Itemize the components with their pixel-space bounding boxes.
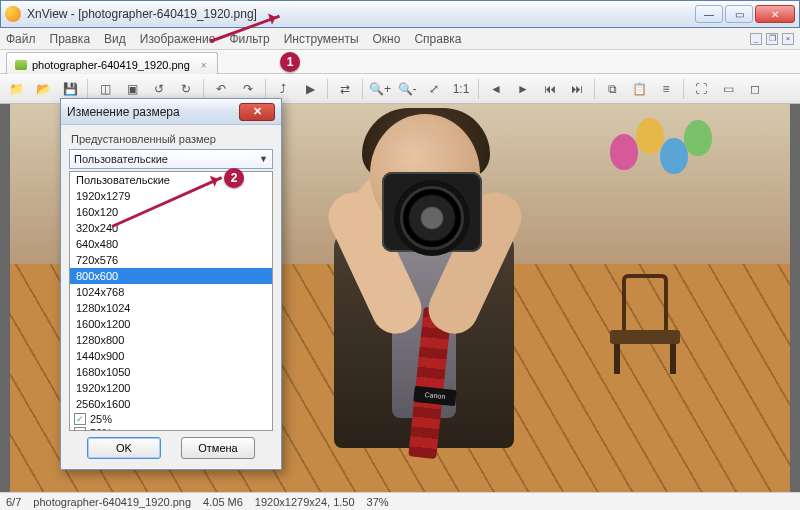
ok-button[interactable]: OK <box>87 437 161 459</box>
zoom-fit-icon[interactable]: ⤢ <box>422 77 446 101</box>
menu-window[interactable]: Окно <box>373 32 401 46</box>
dialog-titlebar[interactable]: Изменение размера ✕ <box>61 99 281 125</box>
annotation-marker-2: 2 <box>224 168 244 188</box>
paste-icon[interactable]: 📋 <box>627 77 651 101</box>
first-icon[interactable]: ⏮ <box>538 77 562 101</box>
tab-close-icon[interactable]: × <box>201 60 207 71</box>
preset-option[interactable]: 1024x768 <box>70 284 272 300</box>
rotate-cw-icon[interactable]: ↻ <box>174 77 198 101</box>
actual-size-icon[interactable]: ◻ <box>743 77 767 101</box>
status-zoom: 37% <box>367 496 389 508</box>
zoom-in-icon[interactable]: 🔍+ <box>368 77 392 101</box>
preset-option[interactable]: 640x480 <box>70 236 272 252</box>
dialog-close-button[interactable]: ✕ <box>239 103 275 121</box>
menu-tools[interactable]: Инструменты <box>284 32 359 46</box>
preset-option[interactable]: 160x120 <box>70 204 272 220</box>
preset-option[interactable]: 1600x1200 <box>70 316 272 332</box>
dialog-title: Изменение размера <box>67 105 180 119</box>
zoom-reset-icon[interactable]: 1:1 <box>449 77 473 101</box>
open-icon[interactable]: 📂 <box>31 77 55 101</box>
fit-window-icon[interactable]: ▭ <box>716 77 740 101</box>
fullscreen-icon[interactable]: ⛶ <box>689 77 713 101</box>
document-tabstrip: photographer-640419_1920.png × <box>0 50 800 74</box>
resize-canvas-icon[interactable]: ▣ <box>120 77 144 101</box>
mdi-close-icon[interactable]: × <box>782 33 794 45</box>
preset-option[interactable]: 1280x1024 <box>70 300 272 316</box>
cancel-button[interactable]: Отмена <box>181 437 255 459</box>
checkbox-icon[interactable]: ✓ <box>74 413 86 425</box>
resize-dialog: Изменение размера ✕ Предустановленный ра… <box>60 98 282 470</box>
preset-option[interactable]: 320x240 <box>70 220 272 236</box>
app-icon <box>5 6 21 22</box>
menu-edit[interactable]: Правка <box>50 32 91 46</box>
preset-size-label: Предустановленный размер <box>71 133 273 145</box>
window-title: XnView - [photographer-640419_1920.png] <box>27 7 695 21</box>
menu-view[interactable]: Вид <box>104 32 126 46</box>
minimize-button[interactable]: — <box>695 5 723 23</box>
preset-option[interactable]: 2560x1600 <box>70 396 272 412</box>
annotation-marker-1: 1 <box>280 52 300 72</box>
menu-image[interactable]: Изображение <box>140 32 216 46</box>
window-titlebar: XnView - [photographer-640419_1920.png] … <box>0 0 800 28</box>
save-icon[interactable]: 💾 <box>58 77 82 101</box>
preset-option[interactable]: 1440x900 <box>70 348 272 364</box>
mdi-minimize-icon[interactable]: _ <box>750 33 762 45</box>
next-icon[interactable]: ► <box>511 77 535 101</box>
preset-option[interactable]: 800x600 <box>70 268 272 284</box>
crop-icon[interactable]: ◫ <box>93 77 117 101</box>
menu-help[interactable]: Справка <box>414 32 461 46</box>
preset-option[interactable]: 1920x1200 <box>70 380 272 396</box>
percent-option[interactable]: ✓25% <box>70 412 272 426</box>
close-button[interactable]: ✕ <box>755 5 795 23</box>
preset-option[interactable]: 720x576 <box>70 252 272 268</box>
status-dimensions: 1920x1279x24, 1.50 <box>255 496 355 508</box>
preset-option[interactable]: 1680x1050 <box>70 364 272 380</box>
status-filesize: 4.05 M6 <box>203 496 243 508</box>
copy-icon[interactable]: ⧉ <box>600 77 624 101</box>
menu-file[interactable]: Файл <box>6 32 36 46</box>
last-icon[interactable]: ⏭ <box>565 77 589 101</box>
maximize-button[interactable]: ▭ <box>725 5 753 23</box>
image-file-icon <box>15 60 27 70</box>
menu-bar: Файл Правка Вид Изображение Фильтр Инстр… <box>0 28 800 50</box>
preset-size-listbox[interactable]: Пользовательские1920x1279160x120320x2406… <box>69 171 273 431</box>
percent-label: 25% <box>90 412 112 426</box>
export-icon[interactable]: ⤴ <box>271 77 295 101</box>
status-filename: photographer-640419_1920.png <box>33 496 191 508</box>
convert-icon[interactable]: ⇄ <box>333 77 357 101</box>
compare-icon[interactable]: ≡ <box>654 77 678 101</box>
preset-size-combobox[interactable]: Пользовательские ▼ <box>69 149 273 169</box>
rotate-ccw-icon[interactable]: ↺ <box>147 77 171 101</box>
undo-icon[interactable]: ↶ <box>209 77 233 101</box>
mdi-restore-icon[interactable]: ❐ <box>766 33 778 45</box>
document-tab[interactable]: photographer-640419_1920.png × <box>6 52 218 74</box>
preset-option[interactable]: 1280x800 <box>70 332 272 348</box>
tab-label: photographer-640419_1920.png <box>32 59 190 71</box>
redo-icon[interactable]: ↷ <box>236 77 260 101</box>
status-index: 6/7 <box>6 496 21 508</box>
slideshow-icon[interactable]: ▶ <box>298 77 322 101</box>
zoom-out-icon[interactable]: 🔍- <box>395 77 419 101</box>
combobox-value: Пользовательские <box>74 153 168 165</box>
chevron-down-icon: ▼ <box>259 154 268 164</box>
prev-icon[interactable]: ◄ <box>484 77 508 101</box>
status-bar: 6/7 photographer-640419_1920.png 4.05 M6… <box>0 492 800 510</box>
browse-folder-icon[interactable]: 📁 <box>4 77 28 101</box>
